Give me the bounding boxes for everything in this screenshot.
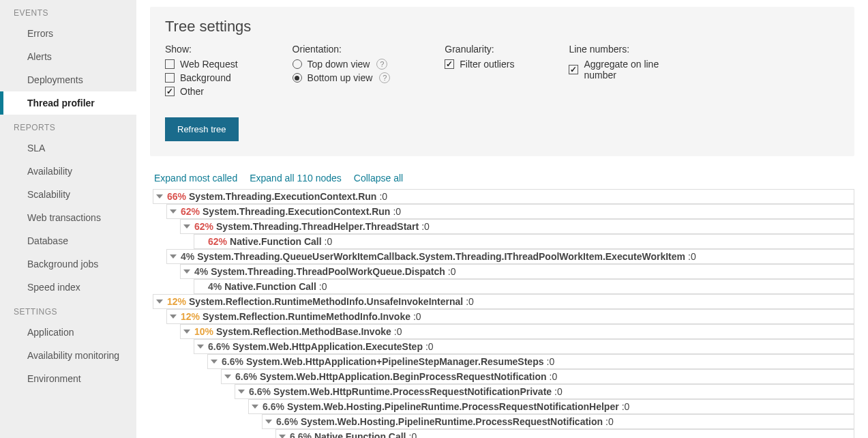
checkbox-icon[interactable] bbox=[165, 59, 175, 69]
tree-row[interactable]: 6.6% Native.Function Call :0 bbox=[275, 429, 854, 438]
tree-row[interactable]: 6.6% System.Web.Hosting.PipelineRuntime.… bbox=[262, 414, 854, 429]
settings-orientation-group: Orientation: Top down view?Bottom up vie… bbox=[293, 44, 391, 98]
tree-node-percent: 12% bbox=[181, 311, 200, 322]
sidebar-item-label: Environment bbox=[27, 373, 81, 384]
sidebar-item-label: Background jobs bbox=[27, 259, 98, 269]
help-icon[interactable]: ? bbox=[376, 59, 387, 70]
orientation-option-bottom[interactable]: Bottom up view? bbox=[293, 71, 391, 85]
tree-row[interactable]: 6.6% System.Web.Hosting.PipelineRuntime.… bbox=[248, 399, 854, 414]
chevron-down-icon[interactable] bbox=[170, 209, 177, 214]
checkbox-icon[interactable] bbox=[569, 65, 578, 74]
show-option-other[interactable]: Other bbox=[165, 85, 238, 98]
chevron-down-icon[interactable] bbox=[183, 269, 190, 274]
sidebar-item-availability[interactable]: Availability bbox=[0, 160, 136, 183]
tree-node-line: :0 bbox=[466, 296, 474, 307]
option-label: Background bbox=[180, 72, 231, 83]
checkbox-icon[interactable] bbox=[165, 73, 175, 83]
sidebar-item-background[interactable]: Background jobs bbox=[0, 252, 136, 276]
tree-node-name: System.Threading.ExecutionContext.Run bbox=[189, 191, 376, 202]
tree-children: 6.6% Native.Function Call :03.1% System.… bbox=[275, 429, 854, 438]
tree-row[interactable]: 6.6% System.Web.HttpApplication.ExecuteS… bbox=[194, 339, 854, 354]
sidebar-item-sla[interactable]: SLA bbox=[0, 136, 136, 160]
option-label: Other bbox=[180, 86, 204, 97]
sidebar-item-alerts[interactable]: Alerts bbox=[0, 45, 136, 68]
tree-node-percent: 6.6% bbox=[249, 386, 271, 397]
tree-children: 62% Native.Function Call :0 bbox=[194, 234, 854, 249]
settings-show-label: Show: bbox=[165, 44, 238, 55]
tree-row[interactable]: 4% Native.Function Call :0 bbox=[194, 279, 854, 294]
chevron-down-icon[interactable] bbox=[183, 330, 190, 334]
tree-node-percent: 4% bbox=[208, 281, 222, 292]
settings-granularity-group: Granularity: Filter outliers bbox=[445, 44, 514, 98]
tree-row[interactable]: 10% System.Reflection.MethodBase.Invoke … bbox=[180, 324, 854, 339]
sidebar-item-label: Database bbox=[27, 235, 68, 246]
sidebar-item-label: Alerts bbox=[27, 51, 52, 62]
chevron-down-icon[interactable] bbox=[156, 194, 163, 199]
linenumbers-option-agg[interactable]: Aggregate on line number bbox=[569, 57, 678, 82]
tree-node-percent: 6.6% bbox=[235, 371, 257, 382]
checkbox-icon[interactable] bbox=[165, 87, 175, 96]
tree-node-name: System.Threading.QueueUserWorkItemCallba… bbox=[197, 251, 685, 262]
collapse-all-link[interactable]: Collapse all bbox=[354, 173, 403, 184]
sidebar-item-scalability[interactable]: Scalability bbox=[0, 183, 136, 206]
tree-node-name: System.Web.Hosting.PipelineRuntime.Proce… bbox=[301, 416, 603, 427]
chevron-down-icon[interactable] bbox=[211, 360, 218, 364]
radio-icon[interactable] bbox=[293, 59, 302, 69]
tree-node-line: :0 bbox=[325, 236, 333, 247]
chevron-down-icon[interactable] bbox=[265, 420, 272, 424]
sidebar-item-label: Web transactions bbox=[27, 212, 101, 223]
tree-row[interactable]: 6.6% System.Web.HttpApplication.BeginPro… bbox=[221, 369, 854, 384]
chevron-down-icon[interactable] bbox=[224, 375, 231, 379]
tree-row[interactable]: 12% System.Reflection.RuntimeMethodInfo.… bbox=[153, 294, 854, 309]
sidebar-item-web-tx[interactable]: Web transactions bbox=[0, 206, 136, 229]
tree-row[interactable]: 6.6% System.Web.HttpRuntime.ProcessReque… bbox=[235, 384, 854, 399]
sidebar-item-thread-profiler[interactable]: Thread profiler bbox=[0, 91, 136, 115]
tree-row[interactable]: 6.6% System.Web.HttpApplication+Pipeline… bbox=[207, 354, 854, 369]
sidebar-item-errors[interactable]: Errors bbox=[0, 22, 136, 45]
tree-children: 12% System.Reflection.RuntimeMethodInfo.… bbox=[166, 309, 854, 438]
tree-row[interactable]: 66% System.Threading.ExecutionContext.Ru… bbox=[153, 189, 854, 204]
chevron-down-icon[interactable] bbox=[156, 300, 163, 304]
expand-all-nodes-link[interactable]: Expand all 110 nodes bbox=[250, 173, 342, 184]
refresh-tree-button[interactable]: Refresh tree bbox=[165, 117, 239, 141]
chevron-down-icon[interactable] bbox=[197, 345, 204, 349]
tree-children: 62% System.Threading.ExecutionContext.Ru… bbox=[166, 204, 854, 294]
sidebar-item-environment[interactable]: Environment bbox=[0, 367, 136, 390]
tree-node-line: :0 bbox=[394, 326, 402, 337]
checkbox-icon[interactable] bbox=[445, 59, 454, 69]
tree-row[interactable]: 4% System.Threading.QueueUserWorkItemCal… bbox=[166, 249, 854, 264]
sidebar-item-avail-mon[interactable]: Availability monitoring bbox=[0, 344, 136, 367]
chevron-down-icon[interactable] bbox=[183, 224, 190, 229]
sidebar-item-application[interactable]: Application bbox=[0, 321, 136, 344]
tree-row[interactable]: 12% System.Reflection.RuntimeMethodInfo.… bbox=[166, 309, 854, 324]
expand-most-called-link[interactable]: Expand most called bbox=[154, 173, 237, 184]
tree-row[interactable]: 62% Native.Function Call :0 bbox=[194, 234, 854, 249]
chevron-down-icon[interactable] bbox=[170, 254, 177, 259]
tree-node-name: System.Threading.ThreadPoolWorkQueue.Dis… bbox=[211, 266, 445, 277]
tree-node-line: :0 bbox=[550, 371, 558, 382]
sidebar-item-database[interactable]: Database bbox=[0, 229, 136, 252]
tree-row[interactable]: 4% System.Threading.ThreadPoolWorkQueue.… bbox=[180, 264, 854, 279]
tree-node-line: :0 bbox=[547, 356, 555, 367]
tree-node-name: System.Reflection.RuntimeMethodInfo.Unsa… bbox=[189, 296, 463, 307]
sidebar-item-label: Speed index bbox=[27, 282, 80, 293]
orientation-option-top[interactable]: Top down view? bbox=[293, 57, 391, 71]
chevron-down-icon[interactable] bbox=[170, 315, 177, 319]
call-tree: 66% System.Threading.ExecutionContext.Ru… bbox=[153, 189, 854, 438]
chevron-down-icon[interactable] bbox=[279, 435, 286, 438]
help-icon[interactable]: ? bbox=[379, 72, 390, 83]
option-label: Web Request bbox=[180, 59, 238, 70]
show-option-bg[interactable]: Background bbox=[165, 71, 238, 85]
sidebar-item-deployments[interactable]: Deployments bbox=[0, 68, 136, 91]
show-option-web[interactable]: Web Request bbox=[165, 57, 238, 71]
sidebar-item-speed[interactable]: Speed index bbox=[0, 276, 136, 299]
radio-icon[interactable] bbox=[293, 73, 302, 83]
tree-node-name: System.Web.HttpApplication.ExecuteStep bbox=[233, 341, 423, 352]
tree-row[interactable]: 62% System.Threading.ExecutionContext.Ru… bbox=[166, 204, 854, 219]
chevron-down-icon[interactable] bbox=[252, 405, 258, 409]
option-label: Aggregate on line number bbox=[584, 59, 678, 81]
tree-node-name: Native.Function Call bbox=[314, 431, 406, 438]
tree-row[interactable]: 62% System.Threading.ThreadHelper.Thread… bbox=[180, 219, 854, 234]
granularity-option-filter[interactable]: Filter outliers bbox=[445, 57, 514, 71]
chevron-down-icon[interactable] bbox=[238, 390, 245, 394]
